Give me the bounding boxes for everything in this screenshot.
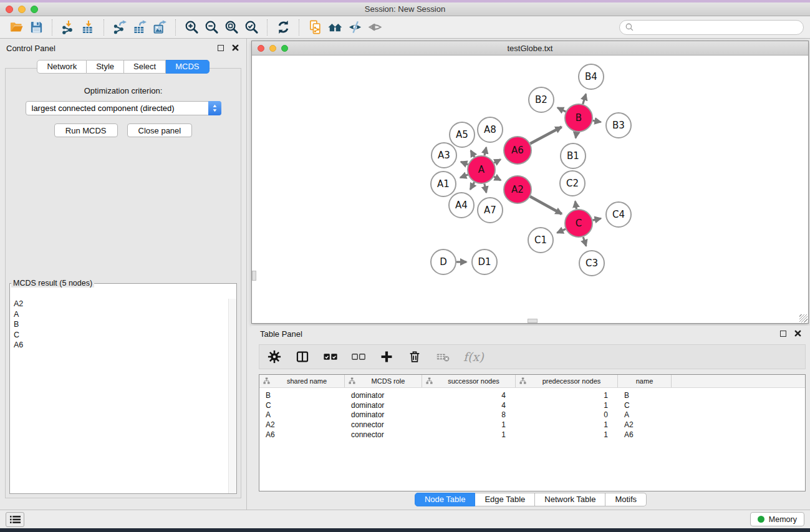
zoom-window-button[interactable] [31,6,38,13]
create-column-icon[interactable] [379,349,394,364]
table-row[interactable]: Adominator80A [259,410,805,420]
graph-node-A6[interactable]: A6 [504,137,531,164]
graph-node-B[interactable]: B [565,104,592,132]
float-panel-icon[interactable] [218,45,224,51]
network-zoom-button[interactable] [281,45,288,52]
search-field[interactable] [619,20,804,35]
zoom-fit-icon[interactable] [221,19,241,36]
table-tab-network-table[interactable]: Network Table [535,493,605,506]
show-all-icon[interactable] [365,19,385,36]
import-table-icon[interactable] [78,19,98,36]
graph-edge-C-C2[interactable] [576,201,577,210]
column-header-predecessor-nodes[interactable]: predecessor nodes [516,375,618,387]
graph-edge-C-C3[interactable] [583,237,586,246]
tab-select[interactable]: Select [124,60,166,74]
close-panel-icon[interactable] [232,44,239,51]
vertical-scroll-handle[interactable] [252,271,256,281]
copy-network-icon[interactable] [305,19,325,36]
close-panel-button[interactable]: Close panel [127,123,193,137]
column-header-name[interactable]: name [618,375,672,387]
table-tab-edge-table[interactable]: Edge Table [475,493,535,506]
tab-network[interactable]: Network [37,60,87,74]
graph-edge-A-A7[interactable] [485,184,486,193]
graph-edge-A-A8[interactable] [485,147,486,155]
close-table-panel-icon[interactable] [794,330,801,337]
graph-edge-A6-B[interactable] [530,127,561,144]
tab-style[interactable]: Style [87,60,124,74]
delete-columns-icon[interactable] [407,349,422,364]
export-image-icon[interactable] [150,19,170,36]
horizontal-scroll-handle[interactable] [528,319,538,323]
graph-edge-A-A1[interactable] [460,175,468,178]
delete-table-icon[interactable] [435,349,450,364]
task-history-button[interactable] [6,512,24,527]
graph-node-C[interactable]: C [565,210,592,237]
table-row[interactable]: Cdominator41C [259,400,805,410]
graph-node-D1[interactable]: D1 [472,249,497,274]
network-graph[interactable]: AA1A2A3A4A5A6A7A8BB1B2B3B4CC1C2C3C4DD1 [252,56,808,323]
network-canvas[interactable]: AA1A2A3A4A5A6A7A8BB1B2B3B4CC1C2C3C4DD1 [252,56,808,323]
open-session-icon[interactable] [6,19,26,36]
graph-edge-C-C1[interactable] [557,229,566,233]
column-header-shared-name[interactable]: shared name [259,375,345,387]
zoom-selected-icon[interactable] [241,19,261,36]
graph-node-D[interactable]: D [431,249,456,274]
graph-edge-B-B1[interactable] [576,132,576,138]
unselect-all-columns-icon[interactable] [351,349,366,364]
criterion-select[interactable]: largest connected component (directed) [26,101,221,115]
refresh-icon[interactable] [273,19,293,36]
close-window-button[interactable] [6,6,13,13]
mcds-result-item[interactable]: A6 [11,340,236,351]
graph-node-A4[interactable]: A4 [449,193,474,218]
graph-node-A5[interactable]: A5 [450,122,475,147]
table-settings-icon[interactable] [267,349,282,364]
result-list-scrollbar[interactable] [228,299,236,493]
export-network-icon[interactable] [110,19,130,36]
table-row[interactable]: A2connector11A2 [259,420,805,430]
mcds-result-item[interactable]: B [11,319,236,330]
graph-edge-B-B3[interactable] [593,120,601,122]
select-all-columns-icon[interactable] [323,349,338,364]
minimize-window-button[interactable] [18,6,26,13]
network-close-button[interactable] [258,45,264,52]
table-row[interactable]: Bdominator41B [259,390,805,400]
column-header-MCDS-role[interactable]: MCDS role [345,375,422,387]
table-tab-motifs[interactable]: Motifs [605,493,647,506]
zoom-in-icon[interactable] [181,19,201,36]
graph-node-C4[interactable]: C4 [606,202,631,227]
graph-edge-A2-C[interactable] [530,196,562,214]
save-session-icon[interactable] [26,19,46,36]
column-header-successor-nodes[interactable]: successor nodes [422,375,516,387]
mcds-result-item[interactable]: C [11,330,236,341]
graph-node-C3[interactable]: C3 [579,251,604,276]
graph-node-A3[interactable]: A3 [432,143,456,168]
window-resize-grip[interactable] [799,314,808,322]
memory-button[interactable]: Memory [750,512,804,526]
show-columns-icon[interactable] [295,349,310,364]
graph-node-C2[interactable]: C2 [560,171,585,196]
graph-node-A1[interactable]: A1 [431,172,456,196]
graph-node-B1[interactable]: B1 [561,143,586,168]
zoom-out-icon[interactable] [201,19,221,36]
graph-edge-A-A5[interactable] [471,150,475,157]
graph-edge-A-A6[interactable] [494,160,500,163]
mcds-result-item[interactable]: A [11,309,236,320]
mcds-result-list[interactable]: A2ABCA6 [11,299,236,493]
tab-mcds[interactable]: MCDS [166,60,209,74]
graph-node-B2[interactable]: B2 [529,87,554,112]
graph-node-B4[interactable]: B4 [579,64,604,89]
graph-edge-A-A2[interactable] [494,177,501,180]
network-minimize-button[interactable] [269,45,276,52]
graph-node-A8[interactable]: A8 [478,117,503,142]
graph-edge-B-B2[interactable] [557,108,566,112]
search-input[interactable] [637,23,798,32]
mcds-result-item[interactable]: A2 [11,299,236,309]
export-table-icon[interactable] [130,19,150,36]
import-network-icon[interactable] [58,19,78,36]
run-mcds-button[interactable]: Run MCDS [54,123,118,137]
graph-node-A7[interactable]: A7 [478,198,503,223]
graph-edge-A-A4[interactable] [470,182,475,190]
hide-selected-icon[interactable] [345,19,365,36]
graph-edge-B-B4[interactable] [583,94,586,104]
graph-edge-A-A3[interactable] [461,162,468,164]
